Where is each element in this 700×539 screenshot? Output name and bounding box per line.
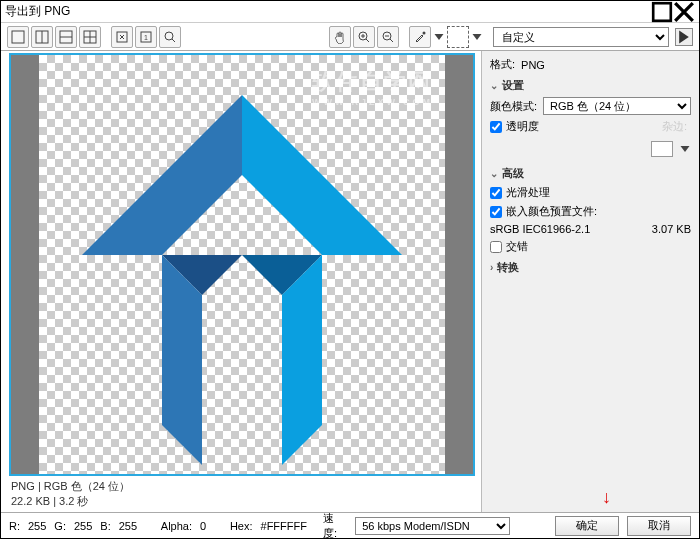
antialias-label: 光滑处理 (506, 185, 550, 200)
transform-header[interactable]: › 转换 (490, 260, 691, 275)
color-mode-row: 颜色模式: RGB 色（24 位） (490, 97, 691, 115)
speed-label: 速度: (323, 511, 347, 540)
alpha-value: 0 (200, 520, 206, 532)
antialias-checkbox[interactable] (490, 187, 502, 199)
eyedropper-menu-caret[interactable] (433, 26, 445, 48)
preview-info-size: 22.2 KB | 3.2 秒 (11, 494, 473, 508)
color-mode-label: 颜色模式: (490, 99, 537, 114)
alpha-label: Alpha: (161, 520, 192, 532)
r-value: 255 (28, 520, 46, 532)
zoom-in-button[interactable] (353, 26, 375, 48)
svg-marker-22 (82, 95, 242, 255)
format-label: 格式: (490, 57, 515, 72)
g-label: G: (54, 520, 66, 532)
hex-value: #FFFFFF (261, 520, 307, 532)
speed-dropdown[interactable]: 56 kbps Modem/ISDN (355, 517, 510, 535)
marquee-menu-caret[interactable] (471, 26, 483, 48)
matte-label: 杂边: (662, 119, 687, 134)
profile-size: 3.07 KB (652, 223, 691, 235)
settings-pane: 格式: PNG ⌄ 设置 颜色模式: RGB 色（24 位） 透明度 杂边: (481, 51, 699, 512)
zoom-tool-button[interactable] (159, 26, 181, 48)
embed-profile-label: 嵌入颜色预置文件: (506, 204, 597, 219)
toolbar: 1 自定义 (1, 23, 699, 51)
settings-header[interactable]: ⌄ 设置 (490, 78, 691, 93)
maximize-button[interactable] (651, 3, 673, 21)
transparency-row: 透明度 杂边: (490, 119, 691, 134)
embed-profile-row: 嵌入颜色预置文件: (490, 204, 691, 219)
svg-text:1: 1 (144, 34, 148, 41)
b-value: 255 (119, 520, 137, 532)
window-title: 导出到 PNG (5, 3, 651, 20)
transparency-checkbox[interactable] (490, 121, 502, 133)
matte-menu-caret[interactable] (679, 138, 691, 160)
preview-canvas[interactable]: 软件自学网 WWW.RJZXW.COM (9, 53, 475, 476)
matte-row (490, 138, 691, 160)
g-value: 255 (74, 520, 92, 532)
ok-button[interactable]: 确定 (555, 516, 619, 536)
eyedropper-button[interactable] (409, 26, 431, 48)
close-button[interactable] (673, 3, 695, 21)
zoom-out-button[interactable] (377, 26, 399, 48)
footer: R:255 G:255 B:255 Alpha:0 Hex:#FFFFFF 速度… (1, 512, 699, 538)
matte-color-well[interactable] (651, 141, 673, 157)
hand-tool-button[interactable] (329, 26, 351, 48)
profile-info-row: sRGB IEC61966-2.1 3.07 KB (490, 223, 691, 235)
svg-point-12 (165, 32, 173, 40)
zoom-actual-button[interactable]: 1 (135, 26, 157, 48)
preset-play-button[interactable] (675, 28, 693, 46)
hex-label: Hex: (230, 520, 253, 532)
svg-rect-0 (653, 3, 671, 21)
antialias-row: 光滑处理 (490, 185, 691, 200)
layout-1up-button[interactable] (7, 26, 29, 48)
preview-info: PNG | RGB 色（24 位） 22.2 KB | 3.2 秒 (9, 476, 475, 508)
svg-point-21 (423, 31, 426, 34)
svg-rect-1 (12, 31, 24, 43)
svg-marker-23 (242, 95, 402, 255)
layout-4up-button[interactable] (79, 26, 101, 48)
interlace-row: 交错 (490, 239, 691, 254)
preview-image (11, 55, 473, 474)
marquee-tool-button[interactable] (447, 26, 469, 48)
preview-pane: 软件自学网 WWW.RJZXW.COM PNG | RGB 色（24 位） 22… (1, 51, 481, 512)
chevron-down-icon: ⌄ (490, 168, 498, 179)
preset-dropdown[interactable]: 自定义 (493, 27, 669, 47)
svg-line-19 (390, 39, 393, 42)
b-label: B: (100, 520, 110, 532)
svg-line-15 (366, 39, 369, 42)
r-label: R: (9, 520, 20, 532)
export-png-dialog: 导出到 PNG 1 自定义 (0, 0, 700, 539)
layout-2up-h-button[interactable] (55, 26, 77, 48)
chevron-right-icon: › (490, 262, 493, 273)
profile-name: sRGB IEC61966-2.1 (490, 223, 590, 235)
advanced-header[interactable]: ⌄ 高级 (490, 166, 691, 181)
format-value: PNG (521, 59, 545, 71)
preview-info-format: PNG | RGB 色（24 位） (11, 479, 473, 493)
body: 软件自学网 WWW.RJZXW.COM PNG | RGB 色（24 位） 22… (1, 51, 699, 512)
transparency-label: 透明度 (506, 119, 539, 134)
interlace-label: 交错 (506, 239, 528, 254)
layout-2up-v-button[interactable] (31, 26, 53, 48)
titlebar: 导出到 PNG (1, 1, 699, 23)
embed-profile-checkbox[interactable] (490, 206, 502, 218)
chevron-down-icon: ⌄ (490, 80, 498, 91)
zoom-fit-button[interactable] (111, 26, 133, 48)
color-mode-dropdown[interactable]: RGB 色（24 位） (543, 97, 691, 115)
svg-line-13 (172, 39, 175, 42)
interlace-checkbox[interactable] (490, 241, 502, 253)
format-row: 格式: PNG (490, 57, 691, 72)
cancel-button[interactable]: 取消 (627, 516, 691, 536)
